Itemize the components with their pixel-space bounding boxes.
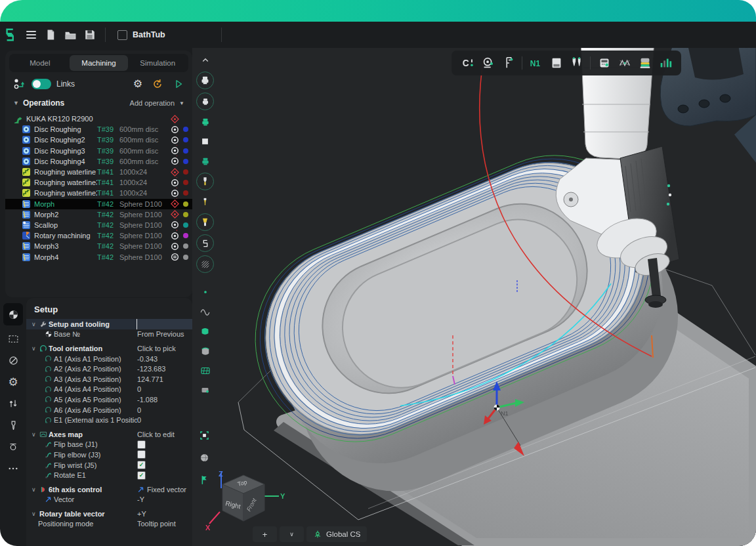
nc-program-icon[interactable]: N1 [526, 53, 546, 73]
property-row[interactable]: Flip base (J1) [26, 440, 192, 450]
property-row[interactable]: A2 (Axis A2 Position)-123.683 [26, 364, 192, 374]
show-band-icon[interactable] [197, 323, 213, 339]
show-machine-icon[interactable] [196, 72, 214, 89]
property-value[interactable]: Click to pick [137, 345, 192, 352]
operations-chevron-icon[interactable]: ▼ [13, 100, 19, 106]
property-row[interactable]: E1 (External axis 1 Position)0 [26, 415, 192, 425]
tool-pair-icon[interactable] [566, 53, 587, 73]
operation-status-icon[interactable] [169, 178, 180, 188]
operation-row[interactable]: Disc Roughing3T#39600mm disc [5, 146, 192, 156]
collapse-icon[interactable] [197, 52, 213, 68]
operation-row[interactable]: Roughing waterline3T#411000x24 [5, 177, 192, 188]
sync-orange-icon[interactable] [151, 77, 164, 91]
curves-icon[interactable] [614, 53, 635, 73]
job-selection-button[interactable] [3, 330, 23, 347]
measure-caliper-icon[interactable] [498, 53, 518, 73]
show-tool-tip-icon[interactable] [197, 194, 213, 210]
operation-row[interactable]: Roughing waterline2T#411000x24 [5, 188, 192, 198]
show-mesh-icon[interactable] [196, 255, 214, 273]
property-row[interactable]: ∨Setup and tooling [26, 319, 192, 329]
parameters-button[interactable]: ⚙ [3, 373, 23, 390]
machine-head-icon[interactable]: C [457, 53, 478, 73]
show-chip-icon[interactable] [197, 382, 213, 398]
operation-status-icon[interactable] [169, 231, 180, 241]
group-chevron-icon[interactable]: ∨ [32, 511, 39, 517]
operation-status-icon[interactable] [169, 156, 180, 166]
property-row[interactable]: Positioning modeTooltip point [26, 519, 192, 530]
property-value[interactable]: Tooltip point [137, 520, 192, 528]
property-value[interactable]: -123.683 [137, 365, 192, 373]
property-row[interactable]: A5 (Axis A5 Position)-1.088 [26, 394, 192, 405]
setup-datum-button[interactable] [3, 303, 23, 326]
show-holder-icon[interactable] [196, 213, 214, 231]
property-value[interactable]: 0 [137, 385, 192, 393]
project-tab[interactable]: BathTub [111, 22, 216, 48]
fit-view-icon[interactable] [196, 427, 213, 444]
panel-display-icon[interactable] [546, 53, 566, 73]
property-value[interactable]: 0 [137, 416, 192, 424]
cs-expand-button[interactable]: ∨ [280, 526, 304, 542]
shaded-view-icon[interactable] [196, 450, 213, 466]
property-value[interactable]: -0.343 [137, 355, 192, 363]
property-row[interactable]: A4 (Axis A4 Position)0 [26, 385, 192, 395]
tab-model[interactable]: Model [10, 55, 70, 71]
operation-row[interactable]: KUKA KR120 R2900 [5, 114, 192, 124]
property-row[interactable]: A3 (Axis A3 Position)124.771 [26, 374, 192, 385]
property-value[interactable]: 124.771 [137, 375, 192, 383]
tab-machining[interactable]: Machining [70, 55, 129, 71]
operation-row[interactable]: Rotary machiningT#42Sphere D100 [5, 230, 192, 241]
open-file-button[interactable] [60, 25, 80, 45]
show-solid-icon[interactable] [197, 133, 213, 150]
show-grid-icon[interactable] [197, 362, 213, 379]
add-operation-dropdown-icon[interactable]: ▼ [179, 100, 184, 106]
operation-status-icon[interactable] [169, 135, 180, 145]
property-row[interactable]: Flip elbow (J3) [26, 450, 192, 460]
group-chevron-icon[interactable]: ∨ [32, 431, 39, 438]
property-row[interactable]: ∨Axes mapClick to edit [26, 429, 192, 440]
show-stock-icon[interactable] [197, 114, 213, 130]
main-menu-button[interactable] [21, 25, 41, 45]
operation-row[interactable]: Morph4T#42Sphere D100 [5, 251, 192, 262]
property-row[interactable]: Vector-Y [26, 495, 192, 505]
property-row[interactable]: Flip wrist (J5)✓ [26, 460, 192, 471]
property-row[interactable]: ∨6th axis controlFixed vector [26, 484, 192, 495]
show-band-gray-icon[interactable] [197, 343, 213, 359]
tool-page-button[interactable] [3, 417, 23, 434]
rotary-dial-icon[interactable] [478, 53, 498, 73]
add-operation-button[interactable]: Add operation [130, 99, 175, 107]
viewport-3d[interactable]: N1 [192, 48, 756, 546]
operation-row[interactable]: Disc Roughing2T#39600mm disc [5, 135, 192, 145]
property-value[interactable] [136, 319, 192, 329]
show-fixture-icon[interactable] [196, 234, 214, 252]
operation-row[interactable]: Roughing waterlineT#411000x24 [5, 167, 192, 177]
clamp-page-button[interactable] [3, 438, 23, 455]
operation-status-icon[interactable] [169, 242, 180, 251]
property-row[interactable]: ∨Tool orientationClick to pick [26, 343, 192, 354]
disc-tool-button[interactable] [3, 352, 23, 369]
global-cs-button[interactable]: Global CS [306, 526, 367, 542]
operation-row[interactable]: MorphT#42Sphere D100 [5, 199, 192, 209]
operation-status-icon[interactable] [169, 146, 180, 156]
operation-status-icon[interactable] [169, 167, 180, 177]
more-button[interactable] [3, 460, 23, 477]
property-value[interactable]: -Y [137, 495, 192, 503]
operation-status-icon[interactable] [169, 220, 180, 230]
order-button[interactable] [3, 395, 23, 412]
checkbox[interactable] [137, 440, 146, 449]
statistics-icon[interactable] [655, 53, 675, 73]
property-row[interactable]: Rotate E1✓ [26, 470, 192, 480]
operation-status-icon[interactable] [169, 209, 180, 219]
operation-status-icon[interactable] [169, 188, 180, 198]
property-row[interactable]: A1 (Axis A1 Position)-0.343 [26, 354, 192, 364]
controller-icon[interactable] [594, 53, 614, 73]
tab-simulation[interactable]: Simulation [128, 55, 187, 71]
show-point-icon[interactable] [197, 284, 213, 300]
group-chevron-icon[interactable]: ∨ [32, 345, 39, 352]
operation-row[interactable]: Morph3T#42Sphere D100 [5, 241, 192, 251]
add-cs-button[interactable]: + [253, 526, 277, 542]
checkbox[interactable]: ✓ [137, 461, 146, 469]
links-toggle[interactable] [32, 79, 51, 89]
operation-row[interactable]: ScallopT#42Sphere D100 [5, 220, 192, 230]
property-row[interactable]: Base №From Previous [26, 329, 192, 340]
property-value[interactable]: -1.088 [137, 396, 192, 404]
